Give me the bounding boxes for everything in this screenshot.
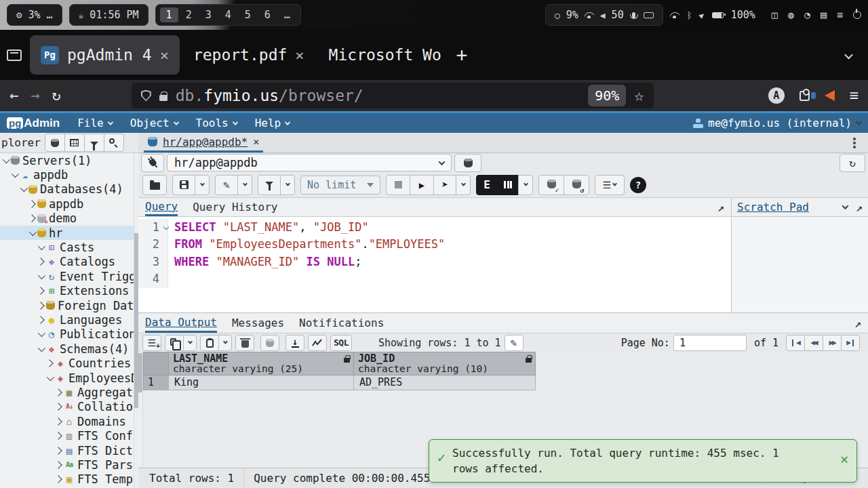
back-button[interactable]: ←: [9, 88, 18, 103]
workspace-2[interactable]: 2: [180, 7, 198, 22]
connection-status-button[interactable]: [141, 154, 164, 172]
extensions-puzzle-icon[interactable]: [800, 91, 810, 101]
explain-analyze-button[interactable]: [497, 175, 519, 195]
collapse-chevron-icon[interactable]: [29, 228, 37, 236]
expand-chevron-icon[interactable]: [54, 403, 62, 411]
copy-button[interactable]: [165, 335, 184, 351]
edit-button[interactable]: ✎: [215, 175, 238, 195]
reload-button[interactable]: ↻: [52, 88, 61, 103]
execute-query-button[interactable]: ▶: [410, 175, 434, 195]
grid-corner-cell[interactable]: [143, 352, 169, 375]
collapse-chevron-icon[interactable]: [38, 344, 45, 352]
collapse-chevron-icon[interactable]: [47, 373, 54, 380]
browser-tab-pgadmin[interactable]: Pg pgAdmin 4 ×: [30, 35, 180, 75]
scratch-pad-chevron-icon[interactable]: [842, 203, 848, 209]
new-connection-button[interactable]: [454, 154, 481, 172]
zoom-level-badge[interactable]: 90%: [588, 85, 626, 106]
tree-scrollbar[interactable]: [134, 153, 138, 488]
show-sql-button[interactable]: SQL: [330, 335, 352, 351]
workspace-switcher[interactable]: 123456…: [155, 4, 301, 26]
sql-editor[interactable]: 1SELECT "LAST_NAME", "JOB_ID"2FROM "Empl…: [138, 217, 731, 312]
column-header-last_name[interactable]: LAST_NAMEcharacter varying (25): [169, 352, 354, 375]
collapse-chevron-icon[interactable]: [38, 329, 45, 337]
page-number-input[interactable]: [673, 335, 747, 351]
pie-indicator-icon[interactable]: ◔: [804, 10, 810, 20]
row-number-cell[interactable]: 1: [143, 375, 169, 390]
view-data-grid-button[interactable]: [64, 134, 85, 152]
collapse-chevron-icon[interactable]: [38, 272, 45, 279]
extension-a-icon[interactable]: A: [768, 87, 785, 104]
palette-icon[interactable]: ◍: [788, 10, 794, 20]
workspace-5[interactable]: 5: [239, 7, 257, 22]
expand-chevron-icon[interactable]: [54, 476, 62, 483]
menu-file[interactable]: File: [77, 117, 113, 129]
expand-chevron-icon[interactable]: [37, 302, 44, 309]
tree-item-fts-configurations[interactable]: ▥FTS Configurations: [0, 428, 134, 443]
sql-line-2[interactable]: 2FROM "EmployeesDepartments"."EMPLOYEES": [138, 236, 731, 253]
results-scrollbar[interactable]: [138, 352, 143, 468]
row-limit-select[interactable]: No limit: [300, 176, 380, 195]
cpu-pill[interactable]: ⚙ 3% …: [7, 4, 62, 26]
expand-chevron-icon[interactable]: [54, 432, 62, 439]
cancel-query-button[interactable]: [386, 175, 410, 195]
explain-options-chevron[interactable]: [518, 175, 533, 195]
scratch-pad-title[interactable]: Scratch Pad: [737, 201, 809, 214]
download-results-button[interactable]: ↓: [285, 335, 304, 351]
macros-button[interactable]: ☰: [595, 175, 625, 195]
browser-tab-report[interactable]: report.pdf ×: [182, 35, 315, 75]
tree-item-employeesdepartments[interactable]: ◈EmployeesDepartments: [0, 371, 134, 385]
table-row[interactable]: 1KingAD_PRES: [143, 375, 536, 390]
menu-tools[interactable]: Tools: [196, 117, 237, 129]
expand-chevron-icon[interactable]: [54, 388, 62, 396]
execute-options-chevron[interactable]: [456, 175, 471, 195]
explain-button[interactable]: E: [476, 175, 498, 195]
tree-item-publications[interactable]: ◔Publications: [0, 327, 134, 342]
menu-object[interactable]: Object: [130, 117, 178, 129]
tree-item-appdb[interactable]: appdb: [0, 197, 134, 211]
tab-data-output[interactable]: Data Output: [145, 313, 217, 333]
tree-item-extensions[interactable]: ⊞Extensions: [0, 284, 134, 298]
rollback-button[interactable]: ↺: [564, 175, 589, 195]
querytool-tab[interactable]: hr/app@appdb* ✕: [144, 133, 263, 152]
filter-options-chevron[interactable]: [280, 175, 295, 195]
filter-button[interactable]: [84, 134, 104, 152]
expand-chevron-icon[interactable]: [54, 447, 62, 454]
tab-groups-icon[interactable]: [7, 49, 22, 61]
copy-options-chevron[interactable]: [183, 335, 197, 351]
tree-item-casts[interactable]: ⊡Casts: [0, 240, 134, 254]
workspace-…[interactable]: …: [278, 7, 296, 22]
close-querytool-icon[interactable]: ✕: [253, 136, 259, 148]
close-toast-icon[interactable]: ✕: [840, 451, 848, 467]
expand-chevron-icon[interactable]: [37, 258, 44, 266]
tree-item-databases-4[interactable]: Databases(4): [0, 182, 134, 197]
https-lock-icon[interactable]: [159, 95, 167, 101]
sql-line-3[interactable]: 3WHERE "MANAGER_ID" IS NULL;: [138, 253, 731, 270]
save-options-chevron[interactable]: [195, 175, 210, 195]
browser-tab-word[interactable]: Microsoft Wo ×: [318, 35, 447, 75]
collapse-chevron-icon[interactable]: [20, 184, 28, 192]
system-tray-pill[interactable]: ○ 9% ◀ 50: [545, 4, 663, 26]
workspace-4[interactable]: 4: [219, 7, 237, 22]
tree-item-servers-1[interactable]: Servers(1): [0, 153, 134, 167]
browser-menu-icon[interactable]: ≡: [850, 88, 859, 103]
paste-button[interactable]: [200, 335, 219, 351]
sql-line-1[interactable]: 1SELECT "LAST_NAME", "JOB_ID": [138, 219, 731, 236]
tree-item-fts-parsers[interactable]: AaFTS Parsers: [0, 458, 134, 472]
tree-item-domains[interactable]: ⌂Domains: [0, 414, 134, 428]
expand-scratch-pad-icon[interactable]: ↗: [856, 201, 863, 214]
forward-button[interactable]: →: [31, 88, 39, 103]
tree-item-hr[interactable]: hr: [0, 226, 134, 240]
expand-editor-icon[interactable]: ↗: [717, 201, 724, 214]
tree-item-languages[interactable]: ●Languages: [0, 312, 134, 327]
connection-select[interactable]: hr/app@appdb: [167, 154, 452, 171]
tree-item-catalogs[interactable]: ❖Catalogs: [0, 255, 134, 269]
menu-help[interactable]: Help: [255, 117, 290, 129]
menu-icon[interactable]: ≡: [837, 10, 843, 20]
tab-query-history[interactable]: Query History: [193, 198, 277, 216]
open-file-button[interactable]: [142, 175, 167, 195]
tree-item-collations[interactable]: A↓Collations: [0, 400, 134, 414]
save-file-button[interactable]: [172, 175, 195, 195]
graph-visualiser-button[interactable]: [308, 335, 327, 351]
next-page-button[interactable]: ▶▶: [823, 335, 842, 351]
scratch-pad-body[interactable]: [732, 217, 868, 312]
